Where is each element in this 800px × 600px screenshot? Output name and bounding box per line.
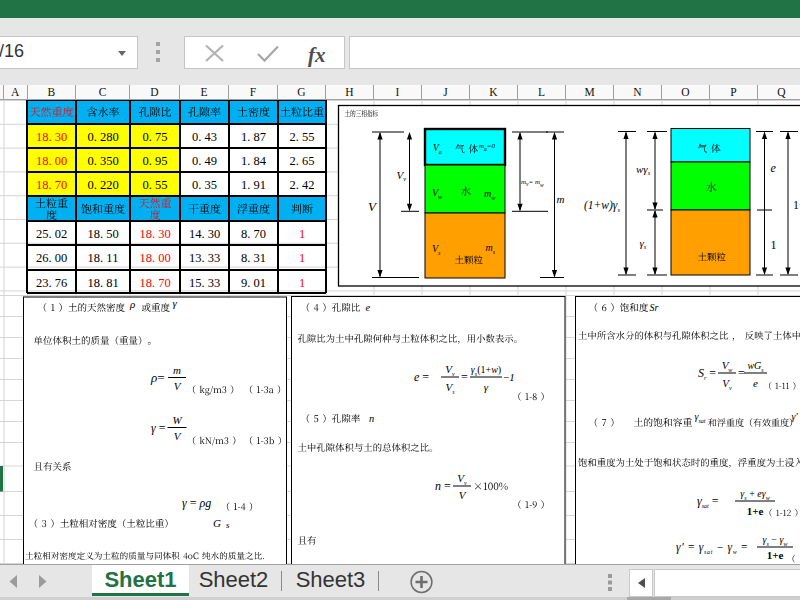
svg-text:n =: n = [435, 479, 451, 493]
svg-text:1+: 1+ [793, 198, 800, 212]
svg-text:18. 30: 18. 30 [139, 227, 170, 241]
svg-text:2. 65: 2. 65 [290, 154, 315, 168]
svg-text:s: s [226, 520, 230, 530]
svg-text:18. 00: 18. 00 [139, 251, 170, 265]
svg-text:14. 30: 14. 30 [189, 227, 220, 241]
svg-text:m: m [173, 364, 181, 376]
svg-text:e: e [366, 302, 371, 313]
svg-text:−1: −1 [503, 371, 515, 383]
svg-text:γ =: γ = [151, 421, 166, 435]
svg-text:0. 75: 0. 75 [143, 130, 168, 144]
svg-text:13. 33: 13. 33 [189, 251, 220, 265]
svg-text:Sr: Sr [650, 302, 659, 313]
svg-text:1: 1 [299, 251, 305, 265]
svg-text:18. 70: 18. 70 [36, 178, 67, 192]
svg-text:γ′: γ′ [792, 411, 799, 422]
svg-text:e: e [771, 161, 777, 175]
svg-text:15. 33: 15. 33 [189, 276, 220, 290]
svg-text:23. 76: 23. 76 [36, 276, 67, 290]
svg-text:γ: γ [484, 381, 489, 393]
svg-text:18. 70: 18. 70 [139, 276, 170, 290]
svg-text:e =: e = [414, 370, 429, 384]
svg-text:m: m [557, 193, 565, 205]
svg-text:=: = [461, 370, 468, 384]
svg-text:ρ=: ρ= [150, 370, 165, 385]
svg-text:=: = [738, 366, 745, 380]
svg-text:1. 84: 1. 84 [241, 154, 267, 168]
svg-text:8. 70: 8. 70 [241, 227, 266, 241]
svg-text:0. 49: 0. 49 [192, 154, 217, 168]
svg-text:n: n [369, 413, 374, 424]
svg-text:W: W [172, 414, 182, 426]
svg-text:18. 81: 18. 81 [87, 276, 118, 290]
svg-text:0. 35: 0. 35 [192, 178, 217, 192]
svg-text:γ: γ [173, 297, 178, 309]
svg-text:25. 02: 25. 02 [36, 227, 67, 241]
svg-text:1+e: 1+e [747, 505, 764, 517]
svg-text:18. 30: 18. 30 [36, 130, 67, 144]
svg-text:0. 280: 0. 280 [87, 130, 118, 144]
svg-text:G: G [213, 517, 221, 529]
svg-text:1: 1 [771, 238, 777, 252]
svg-text:1. 87: 1. 87 [241, 130, 266, 144]
svg-text:γ = ρg: γ = ρg [182, 496, 211, 510]
svg-text:26. 00: 26. 00 [36, 251, 67, 265]
svg-text:0. 220: 0. 220 [87, 178, 118, 192]
svg-text:0. 55: 0. 55 [143, 178, 168, 192]
svg-text:18. 00: 18. 00 [36, 154, 67, 168]
svg-text:0. 95: 0. 95 [143, 154, 168, 168]
svg-text:18. 11: 18. 11 [88, 251, 119, 265]
svg-text:9. 01: 9. 01 [241, 276, 266, 290]
svg-text:8. 31: 8. 31 [241, 251, 266, 265]
svg-text:0. 350: 0. 350 [87, 154, 118, 168]
svg-text:18. 50: 18. 50 [87, 227, 118, 241]
svg-text:1: 1 [299, 227, 305, 241]
svg-text:e: e [753, 377, 758, 389]
svg-text:ρ: ρ [129, 298, 135, 310]
svg-text:1. 91: 1. 91 [241, 178, 266, 192]
svg-text:2. 42: 2. 42 [290, 178, 315, 192]
svg-text:(1+w)γs: (1+w)γs [584, 199, 620, 213]
svg-text:1: 1 [299, 276, 305, 290]
svg-text:2. 55: 2. 55 [290, 130, 315, 144]
svg-text:1+e: 1+e [767, 549, 784, 561]
svg-text:fx: fx [308, 43, 326, 67]
svg-text:0. 43: 0. 43 [192, 130, 217, 144]
